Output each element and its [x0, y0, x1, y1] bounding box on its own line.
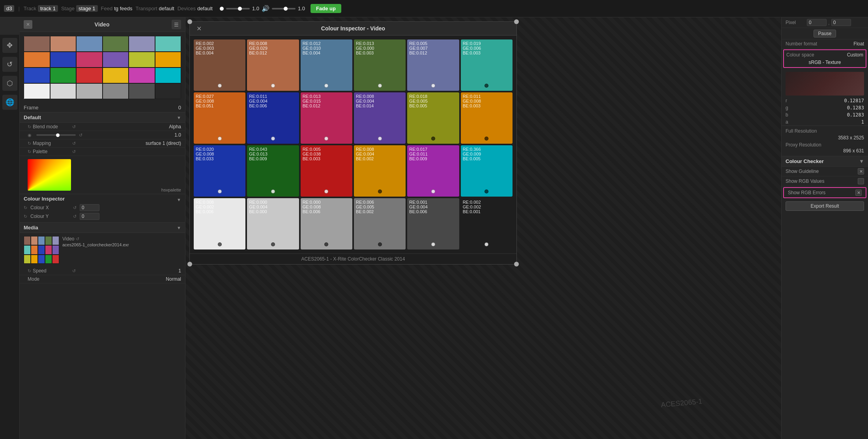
colour-checker-section-header[interactable]: Colour Checker ▼	[782, 156, 868, 167]
preview-cell	[50, 52, 77, 68]
re-value: RE:0.000	[303, 200, 350, 204]
checker-cell-17[interactable]: RE:0.366GE:0.009BE:0.005	[461, 145, 513, 197]
checker-cell-11[interactable]: RE:0.011GE:0.008BE:0.003	[461, 92, 513, 144]
re-value: RE:0.001	[409, 200, 457, 204]
preview-cell	[76, 36, 103, 52]
checker-cell-8[interactable]: RE:0.013GE:0.015BE:0.012	[301, 92, 352, 144]
checker-cell-13[interactable]: RE:0.043GE:0.013BE:0.009	[247, 145, 299, 197]
checker-cell-19[interactable]: RE:0.000GE:0.004BE:0.000	[247, 198, 299, 250]
checker-cell-4[interactable]: RE:0.005GE:0.007BE:0.012	[407, 39, 459, 91]
checker-cell-23[interactable]: RE:0.002GE:0.002BE:0.001	[461, 198, 513, 250]
media-cell	[38, 236, 45, 245]
frame-row: Frame 0	[20, 103, 185, 113]
checker-cell-18[interactable]: RE:0.008GE:0.002BE:0.006	[194, 198, 245, 250]
checker-cell-3[interactable]: RE:0.013GE:0.000BE:0.003	[354, 39, 406, 91]
cell-dot	[218, 84, 222, 88]
media-cell	[24, 255, 31, 264]
cell-dot	[431, 84, 435, 88]
colour-checker-title: Colour Checker	[786, 158, 824, 164]
pixel-x-input[interactable]	[807, 19, 827, 26]
be-value: BE:0.006	[196, 209, 243, 214]
video-panel: ✕ Video ☰ Frame 0 Default ▼ ↻ Blend mode…	[20, 17, 185, 439]
show-rgb-values-checkbox[interactable]	[858, 178, 864, 184]
rotate-tool-icon[interactable]: ↺	[2, 57, 17, 72]
resize-handle-tl[interactable]	[187, 19, 192, 24]
be-value: BE:0.012	[249, 51, 297, 55]
be-value: BE:0.006	[409, 209, 457, 214]
default-section-header[interactable]: Default ▼	[20, 113, 185, 123]
volume-slider-2[interactable]	[272, 8, 296, 9]
cell-dot	[378, 242, 382, 246]
speed-row: ↻ Speed ↺ 1	[20, 267, 185, 275]
media-cell	[45, 236, 52, 245]
pixel-y-input[interactable]	[831, 19, 851, 26]
media-filename: aces2065-1_colorchecker2014.exr	[62, 242, 129, 247]
default-section-arrow: ▼	[177, 115, 181, 120]
fade-up-button[interactable]: Fade up	[311, 4, 341, 13]
re-value: RE:0.027	[196, 94, 243, 99]
transport-label: Transport	[135, 6, 157, 11]
be-value: BE:0.012	[303, 103, 350, 108]
be-value: BE:0.002	[356, 156, 404, 161]
colour-x-label: Colour X	[30, 205, 70, 210]
media-cell	[45, 255, 52, 264]
blend-mode-label: Blend mode	[33, 124, 72, 129]
preview-cell	[155, 83, 181, 99]
checker-cell-7[interactable]: RE:0.011GE:0.004BE:0.006	[247, 92, 299, 144]
video-panel-close-button[interactable]: ✕	[24, 20, 32, 29]
ge-value: GE:0.007	[409, 46, 457, 51]
checker-cell-9[interactable]: RE:0.008GE:0.004BE:0.014	[354, 92, 406, 144]
show-guideline-checkbox[interactable]: ✕	[858, 168, 864, 174]
mode-label: Mode	[28, 276, 67, 282]
colour-x-input[interactable]	[80, 204, 99, 211]
pause-button[interactable]: Pause	[814, 30, 836, 38]
globe-icon[interactable]: 🌐	[2, 95, 17, 110]
re-value: RE:0.012	[303, 41, 350, 46]
colour-y-input[interactable]	[80, 213, 99, 220]
blend-slider[interactable]	[36, 134, 76, 136]
show-rgb-errors-checkbox[interactable]: ✕	[855, 189, 862, 196]
resize-handle-bl[interactable]	[187, 262, 192, 266]
checker-cell-16[interactable]: RE:0.017GE:0.011BE:0.009	[407, 145, 459, 197]
checker-cell-5[interactable]: RE:0.019GE:0.006BE:0.003	[461, 39, 513, 91]
be-value: BE:0.006	[249, 103, 297, 108]
checker-cell-0[interactable]: RE:0.002GE:0.003BE:0.004	[194, 39, 245, 91]
checker-cell-2[interactable]: RE:0.012GE:0.010BE:0.004	[301, 39, 352, 91]
checker-cell-22[interactable]: RE:0.001GE:0.004BE:0.006	[407, 198, 459, 250]
b-row: b 0.1283	[782, 111, 868, 118]
checker-cell-15[interactable]: RE:0.008GE:0.004BE:0.002	[354, 145, 406, 197]
colour-inspector-close-button[interactable]: ✕	[195, 24, 203, 33]
a-label: a	[786, 119, 788, 125]
checker-cell-6[interactable]: RE:0.027GE:0.008BE:0.051	[194, 92, 245, 144]
media-cell	[45, 245, 52, 254]
cell-dot	[218, 137, 222, 141]
preview-cell	[76, 68, 103, 83]
checker-cell-20[interactable]: RE:0.000GE:0.008BE:0.006	[301, 198, 352, 250]
video-panel-menu-icon[interactable]: ☰	[172, 20, 181, 29]
hsv-palette[interactable]	[28, 159, 71, 191]
checker-cell-10[interactable]: RE:0.018GE:0.005BE:0.005	[407, 92, 459, 144]
resize-handle-br[interactable]	[514, 262, 519, 266]
mapping-value: surface 1 (direct)	[146, 141, 181, 146]
speed-value: 1	[178, 268, 181, 274]
be-value: BE:0.004	[303, 51, 350, 55]
re-value: RE:0.011	[463, 94, 511, 99]
feed-label: Feed	[101, 6, 113, 11]
export-icon[interactable]: ⬡	[2, 76, 17, 91]
volume-slider-1[interactable]	[226, 8, 250, 9]
move-tool-icon[interactable]: ✥	[2, 38, 17, 53]
resize-handle-tr[interactable]	[514, 19, 519, 24]
preview-cell	[50, 68, 77, 83]
app-label: d3	[4, 5, 14, 12]
checker-cell-12[interactable]: RE:0.020GE:0.008BE:0.033	[194, 145, 245, 197]
r-row: r 0.12817	[782, 97, 868, 104]
pixel-row: Pixel ,	[782, 17, 868, 28]
export-result-button[interactable]: Export Result	[786, 201, 864, 211]
mapping-label: Mapping	[33, 141, 72, 146]
checker-cell-14[interactable]: RE:0.005GE:0.038BE:0.003	[301, 145, 352, 197]
cell-dot	[485, 189, 488, 193]
media-section-header[interactable]: Media ▼	[20, 223, 185, 233]
checker-cell-21[interactable]: RE:0.006GE:0.005BE:0.002	[354, 198, 406, 250]
checker-cell-1[interactable]: RE:0.008GE:0.029BE:0.012	[247, 39, 299, 91]
show-guideline-row: Show Guideline ✕	[782, 167, 868, 176]
